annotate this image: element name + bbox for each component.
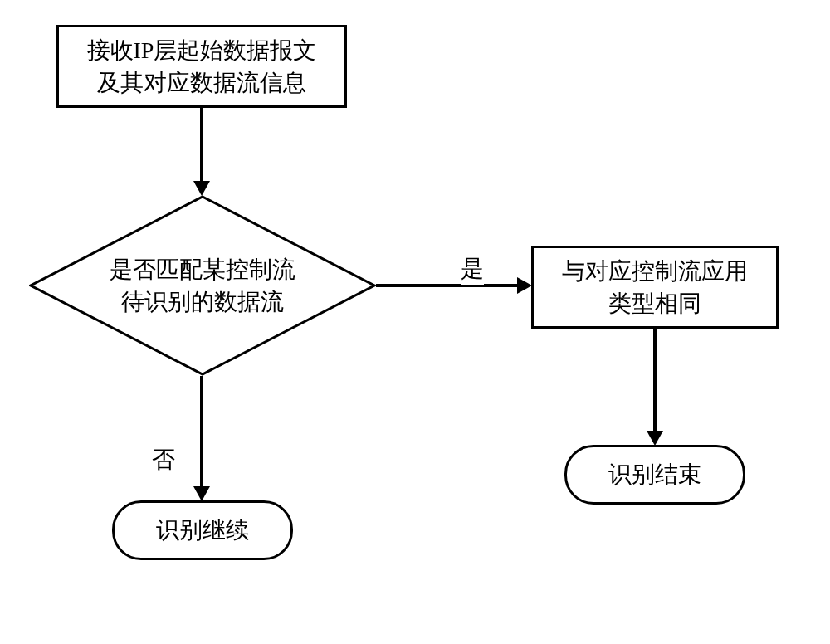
end-yes-text: 识别结束 <box>608 458 701 490</box>
arrow-head-2 <box>517 277 532 294</box>
end-no-box: 识别继续 <box>112 500 293 560</box>
no-label: 否 <box>152 444 175 476</box>
start-box-text: 接收IP层起始数据报文 及其对应数据流信息 <box>87 34 317 99</box>
arrow-result-to-end <box>653 329 657 432</box>
arrow-head-4 <box>193 486 210 501</box>
arrow-head-3 <box>647 431 663 446</box>
result-box-text: 与对应控制流应用 类型相同 <box>562 255 748 320</box>
end-no-text: 识别继续 <box>156 514 249 546</box>
arrow-head-1 <box>193 181 210 196</box>
arrow-start-to-decision <box>200 108 203 183</box>
result-box: 与对应控制流应用 类型相同 <box>531 246 779 329</box>
end-yes-box: 识别结束 <box>564 445 745 505</box>
start-box: 接收IP层起始数据报文 及其对应数据流信息 <box>56 25 347 108</box>
arrow-decision-to-no <box>200 376 203 488</box>
arrow-decision-to-result <box>376 284 519 287</box>
decision-text-wrapper: 是否匹配某控制流 待识别的数据流 <box>29 195 376 376</box>
decision-text: 是否匹配某控制流 待识别的数据流 <box>110 253 295 318</box>
decision-diamond: 是否匹配某控制流 待识别的数据流 <box>29 195 376 376</box>
yes-label: 是 <box>461 253 484 285</box>
